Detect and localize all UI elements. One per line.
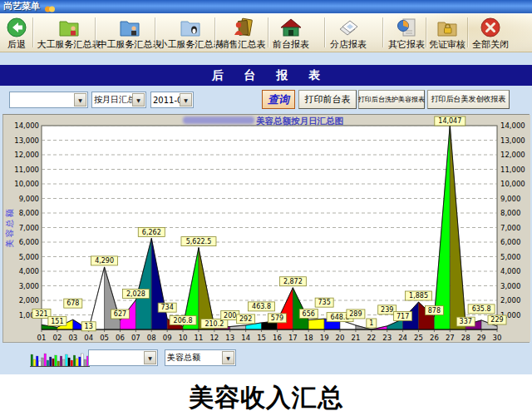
svg-text:735: 735 — [318, 299, 330, 306]
svg-text:5,000: 5,000 — [500, 253, 520, 261]
other-report-icon — [396, 15, 417, 39]
toolbar-separator — [95, 17, 96, 47]
svg-text:10,000: 10,000 — [14, 180, 39, 188]
other-report-button[interactable]: 其它报表 — [386, 15, 427, 52]
svg-text:29: 29 — [477, 334, 486, 342]
svg-text:10: 10 — [179, 334, 188, 342]
app-icon — [44, 2, 56, 12]
svg-text:337: 337 — [460, 318, 472, 325]
caption-area: 美容收入汇总 — [0, 374, 532, 416]
svg-text:07: 07 — [131, 334, 140, 342]
svg-text:23: 23 — [382, 334, 392, 342]
svg-text:239: 239 — [381, 306, 393, 314]
svg-text:8,000: 8,000 — [19, 209, 39, 217]
toolbar-separator — [268, 17, 268, 47]
print-back-beauty-button[interactable]: 打印后台洗护美容报表 — [358, 90, 425, 109]
series-color-select[interactable]: ▼ — [88, 349, 158, 366]
month-select[interactable]: 2011-06 ▼ — [150, 92, 194, 108]
app-window: 尚艺菜单 后退 大工服务汇总表 中工服务汇总表 — [0, 0, 532, 416]
svg-text:206.8: 206.8 — [174, 317, 193, 324]
caption-text: 美容收入汇总 — [189, 381, 343, 415]
back-icon — [6, 15, 27, 39]
svg-text:08: 08 — [147, 334, 156, 342]
front-desk-report-icon — [280, 15, 302, 39]
chart-panel: 1,0001,0002,0002,0003,0003,0004,0004,000… — [2, 114, 530, 343]
svg-text:3,000: 3,000 — [19, 282, 39, 290]
metric-select[interactable]: 美容总额 ▼ — [165, 349, 236, 366]
svg-text:13: 13 — [225, 334, 234, 342]
mid-staff-report-button[interactable]: 中工服务汇总表 — [97, 15, 162, 52]
svg-text:5,622.5: 5,622.5 — [186, 238, 212, 245]
svg-text:2,028: 2,028 — [126, 290, 145, 298]
svg-text:25: 25 — [414, 334, 423, 342]
svg-text:579: 579 — [271, 314, 283, 322]
svg-text:1: 1 — [369, 319, 373, 327]
voucher-audit-button[interactable]: 凭证审核 — [427, 15, 467, 52]
svg-text:463.8: 463.8 — [252, 303, 271, 310]
toolbar-label: 中工服务汇总表 — [98, 39, 162, 50]
svg-text:9,000: 9,000 — [19, 195, 39, 203]
back-button[interactable]: 后退 — [4, 15, 29, 52]
toolbar-label: 前台报表 — [273, 39, 309, 50]
page-header-band: 后 台 报 表 — [0, 65, 532, 86]
svg-text:05: 05 — [100, 334, 109, 342]
junior-staff-report-button[interactable]: 小工服务汇总表 — [158, 15, 223, 52]
svg-text:21: 21 — [352, 334, 361, 342]
mid-staff-report-icon — [119, 15, 140, 39]
svg-text:6,000: 6,000 — [19, 238, 39, 246]
chevron-down-icon[interactable]: ▼ — [132, 93, 145, 106]
svg-text:292: 292 — [239, 315, 252, 323]
svg-text:24: 24 — [398, 334, 407, 342]
chevron-down-icon[interactable]: ▼ — [74, 93, 86, 106]
svg-text:14: 14 — [241, 334, 250, 342]
summary-mode-value: 按月日汇总 — [92, 94, 132, 106]
close-all-button[interactable]: 全部关闭 — [470, 15, 511, 52]
svg-text:27: 27 — [446, 334, 455, 342]
svg-text:10,000: 10,000 — [500, 180, 525, 188]
senior-staff-report-button[interactable]: 大工服务汇总表 — [37, 15, 101, 52]
svg-text:7,000: 7,000 — [19, 224, 39, 232]
close-all-icon — [480, 15, 501, 39]
chevron-down-icon[interactable]: ▼ — [222, 351, 234, 364]
print-back-hair-button[interactable]: 打印后台美发创收报表 — [427, 90, 510, 109]
svg-text:229: 229 — [490, 316, 503, 324]
svg-text:289: 289 — [349, 310, 362, 318]
toolbar-separator — [155, 17, 155, 47]
svg-text:1,885: 1,885 — [409, 292, 428, 300]
print-front-desk-button[interactable]: 打印前台表 — [298, 90, 357, 109]
toolbar-label: 其它报表 — [388, 39, 425, 50]
toolbar-label: 销售汇总表 — [220, 39, 266, 50]
svg-text:678: 678 — [66, 300, 79, 307]
svg-text:16: 16 — [273, 334, 282, 342]
query-button[interactable]: 查询 — [262, 90, 295, 109]
chevron-down-icon[interactable]: ▼ — [180, 93, 192, 106]
svg-text:03: 03 — [68, 334, 77, 342]
mini-chart-icon[interactable] — [30, 349, 90, 371]
svg-text:878: 878 — [428, 307, 441, 314]
svg-text:28: 28 — [461, 334, 470, 342]
svg-text:7,000: 7,000 — [500, 224, 520, 232]
svg-text:11,000: 11,000 — [500, 166, 525, 174]
svg-text:14,000: 14,000 — [14, 121, 39, 130]
svg-text:321: 321 — [35, 310, 47, 318]
sales-report-button[interactable]: 销售汇总表 — [217, 15, 268, 52]
svg-text:11: 11 — [195, 334, 204, 342]
summary-mode-select[interactable]: 按月日汇总 ▼ — [91, 92, 146, 108]
chart-footer-controls: ▼ 美容总额 ▼ — [2, 343, 530, 374]
sales-report-icon — [232, 15, 254, 39]
series-color-value — [89, 354, 144, 363]
svg-text:美容总额: 美容总额 — [5, 208, 14, 248]
toolbar-separator — [467, 17, 468, 47]
svg-text:4,290: 4,290 — [95, 257, 114, 265]
title-bar: 尚艺菜单 — [0, 0, 532, 13]
junior-staff-report-icon — [180, 15, 201, 39]
branch-report-button[interactable]: 分店报表 — [328, 15, 369, 52]
svg-text:14,047: 14,047 — [438, 117, 461, 125]
page-title: 后 台 报 表 — [204, 68, 329, 83]
chevron-down-icon[interactable]: ▼ — [144, 351, 156, 364]
store-select[interactable]: ▼ — [9, 92, 88, 108]
front-desk-report-button[interactable]: 前台报表 — [270, 15, 312, 52]
month-select-value: 2011-06 — [151, 96, 180, 105]
svg-text:2,000: 2,000 — [19, 296, 39, 305]
svg-text:8,000: 8,000 — [500, 209, 520, 217]
